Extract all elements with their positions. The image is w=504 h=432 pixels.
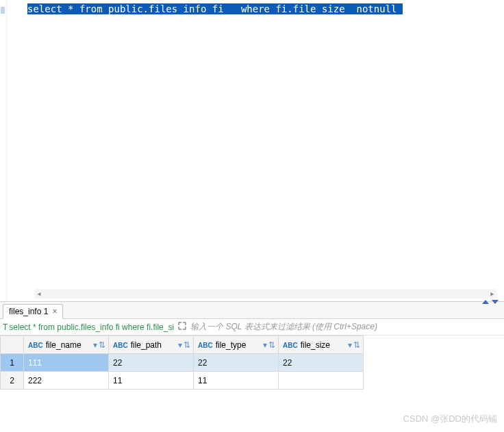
scroll-right-icon[interactable]: ▸ [488,289,497,298]
sql-editor-area: select * from public.files_info fi where… [0,0,504,301]
sort-icon[interactable]: ⇅ [268,340,275,350]
query-filter-row: T select * from public.files_info fi whe… [0,319,504,335]
marker-icon [1,7,5,14]
sort-icon[interactable]: ⇅ [99,340,105,350]
code-pane[interactable]: select * from public.files_info fi where… [7,0,504,301]
filter-icon[interactable]: ▾ [93,340,97,350]
cell[interactable]: 22 [194,354,279,372]
results-grid[interactable]: ABCfile_name▾⇅ABCfile_path▾⇅ABCfile_type… [0,335,364,390]
watermark: CSDN @张DD的代码铺 [403,413,497,425]
cell[interactable]: 22 [109,354,194,372]
column-header-file_type[interactable]: ABCfile_type▾⇅ [194,336,279,354]
collapse-up-icon[interactable] [482,300,489,304]
horizontal-scrollbar[interactable]: ◂ ▸ [34,289,497,298]
cell[interactable]: 111 [24,354,109,372]
row-number[interactable]: 1 [1,354,24,372]
sort-icon[interactable]: ⇅ [184,340,190,350]
tab-label: files_info 1 [9,307,48,316]
executed-query-text[interactable]: select * from public.files_info fi where… [9,322,174,332]
filter-icon[interactable]: ▾ [263,340,267,350]
column-header-file_path[interactable]: ABCfile_path▾⇅ [109,336,194,354]
filter-icon[interactable]: ▾ [348,340,352,350]
query-prefix: T [3,322,8,332]
expand-icon[interactable] [178,322,186,332]
sort-icon[interactable]: ⇅ [353,340,360,350]
results-tab-bar: files_info 1 × [0,301,504,319]
table-row[interactable]: 22221111 [1,372,364,390]
cell[interactable]: 222 [24,372,109,390]
row-number[interactable]: 2 [1,372,24,390]
cell[interactable]: 22 [279,354,364,372]
filter-icon[interactable]: ▾ [178,340,182,350]
collapse-down-icon[interactable] [492,300,499,304]
filter-input[interactable]: 输入一个 SQL 表达式来过滤结果 (使用 Ctrl+Space) [190,321,501,333]
result-tab[interactable]: files_info 1 × [3,304,63,319]
cell[interactable]: 11 [194,372,279,390]
grid-corner[interactable] [1,336,24,354]
column-header-file_name[interactable]: ABCfile_name▾⇅ [24,336,109,354]
close-icon[interactable]: × [52,307,57,316]
column-header-file_size[interactable]: ABCfile_size▾⇅ [279,336,364,354]
sql-line[interactable]: select * from public.files_info fi where… [27,3,504,15]
panel-toggle-controls [482,300,499,304]
editor-gutter [0,0,7,301]
cell[interactable] [279,372,364,390]
scroll-left-icon[interactable]: ◂ [34,289,44,298]
cell[interactable]: 11 [109,372,194,390]
table-row[interactable]: 1111222222 [1,354,364,372]
